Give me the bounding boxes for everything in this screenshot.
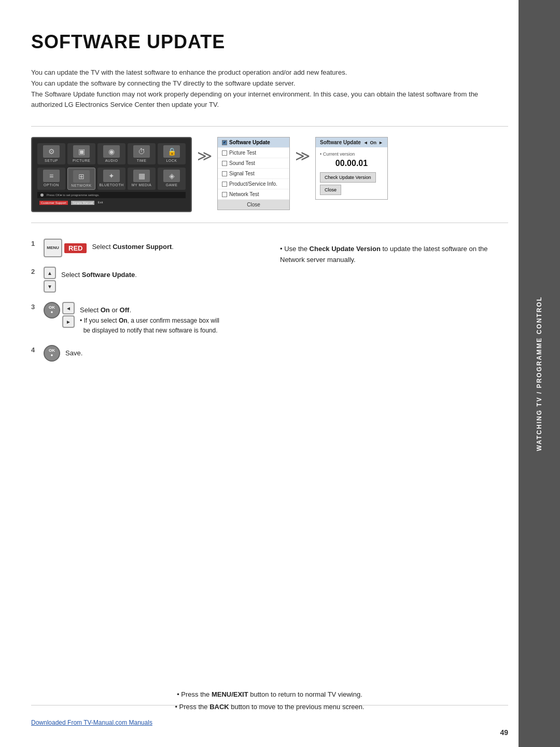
time-icon: ⏱ [133,145,150,158]
audio-label: AUDIO [105,159,118,162]
menu-item-sound-test: Sound Test [218,158,289,169]
tv-menu-mymedia: ▦ MY MEDIA [128,168,156,190]
current-version-label: • Current version [320,151,383,157]
ok-button-4[interactable]: OK● [44,345,60,362]
step-3-icons: OK● ◄ ► [44,302,75,328]
close-button[interactable]: Close [320,185,341,195]
tv-menu-audio: ◉ AUDIO [97,143,125,164]
option-label: OPTION [44,183,59,187]
sidebar-label: WATCHING TV / PROGRAMME CONTROL [536,296,543,451]
tv-menu-bluetooth: ✦ BLUETOOTH [97,168,125,190]
step-4-text: Save. [65,345,82,358]
tv-menu-game: ◈ GAME [158,168,186,190]
check-icon-picture [222,150,227,156]
version-number: 00.00.01 [320,159,383,168]
nav-exit: Exit [97,201,103,205]
tv-screen: ⚙ SETUP ▣ PICTURE ◉ AUDIO ⏱ TIME 🔒 LO [31,137,192,212]
picture-label: PICTURE [73,159,90,162]
time-label: TIME [137,159,147,162]
step-1-text: Select Customer Support. [92,239,174,252]
arrow-right-2: ≫ [295,137,310,164]
check-icon-software: ✓ [222,140,227,145]
check-update-button[interactable]: Check Update Version [320,172,376,183]
step-3-text: Select On or Off. • If you select On, a … [80,302,219,336]
steps-section: 1 MENU RED Select Customer Support. 2 ▲ … [31,239,508,371]
arrow-right-1: ≫ [197,137,212,164]
lock-label: LOCK [166,159,177,162]
network-icon: ⊞ [73,170,90,183]
sidebar-vertical: WATCHING TV / PROGRAMME CONTROL [519,0,560,747]
footer-link[interactable]: Downloaded From TV-Manual.com Manuals [31,719,152,726]
nav-left-arrow: ◄ [363,140,368,145]
tv-menu-setup: ⚙ SETUP [37,143,65,164]
step-4-icons: OK● [44,345,60,362]
network-label: NETWORK [71,184,91,187]
footer: • Press the MENU/EXIT button to return t… [31,688,508,726]
step-2-icons: ▲ ▼ [44,267,56,293]
bluetooth-icon: ✦ [103,170,120,182]
step-2-text: Select Software Update. [61,267,137,280]
menu-item-network-test: Network Test [218,189,289,200]
step-number-4: 4 [31,345,38,354]
menu-item-signal-test: Signal Test [218,169,289,179]
right-panel-body: • Current version 00.00.01 Check Update … [316,147,387,199]
steps-right: • Use the Check Update Version to update… [280,239,508,371]
step-1-icons: MENU RED [44,239,87,257]
up-button[interactable]: ▲ [44,267,56,279]
right-panel-title: Software Update [320,140,361,145]
menu-button[interactable]: MENU [44,239,62,257]
step-2: 2 ▲ ▼ Select Software Update. [31,267,259,293]
menu-item-picture-test: Picture Test [218,148,289,158]
down-button[interactable]: ▼ [44,280,56,293]
ok-button-3[interactable]: OK● [44,302,60,319]
menu-close-button[interactable]: Close [218,200,289,210]
tv-menu-picture: ▣ PICTURE [67,143,95,164]
tv-bottom-text: Press OK● to set programme settings. [47,193,100,197]
tv-dot [40,193,44,197]
setup-label: SETUP [45,159,58,162]
tv-menu-lock: 🔒 LOCK [158,143,186,164]
check-icon-network [222,192,227,197]
footer-notes: • Press the MENU/EXIT button to return t… [31,688,508,713]
nav-on-label: On [370,140,377,145]
game-icon: ◈ [163,170,180,182]
right-panel: Software Update ◄ On ► • Current version… [315,137,388,200]
tv-bottom-bar: Press OK● to set programme settings. [37,192,186,198]
step-3: 3 OK● ◄ ► Select On or Off. • If you sel… [31,302,259,336]
lock-icon: 🔒 [163,145,180,158]
page-number: 49 [500,728,508,737]
option-icon: ≡ [43,170,60,182]
menu-panel: ✓ Software Update Picture Test Sound Tes… [217,137,290,210]
menu-item-software-update: ✓ Software Update [218,137,289,148]
steps-left: 1 MENU RED Select Customer Support. 2 ▲ … [31,239,259,371]
mymedia-label: MY MEDIA [132,183,152,187]
picture-icon: ▣ [73,145,90,158]
game-label: GAME [166,183,178,187]
intro-text: You can update the TV with the latest so… [31,67,508,110]
step-1: 1 MENU RED Select Customer Support. [31,239,259,257]
bluetooth-label: BLUETOOTH [99,183,123,187]
audio-icon: ◉ [103,145,120,158]
footer-note-1: • Press the MENU/EXIT button to return t… [31,688,508,700]
page-title: SOFTWARE UPDATE [31,31,508,53]
step-number-2: 2 [31,267,38,275]
next-button[interactable]: ► [62,315,75,328]
prev-button[interactable]: ◄ [62,302,75,314]
note-check-update: • Use the Check Update Version to update… [280,244,508,266]
right-panel-nav: ◄ On ► [363,140,383,145]
menu-item-product-info: Product/Service Info. [218,179,289,189]
nav-customer: Customer Support [39,201,68,205]
right-panel-header: Software Update ◄ On ► [316,137,387,147]
step-number-1: 1 [31,239,38,247]
setup-icon: ⚙ [43,145,60,158]
mymedia-icon: ▦ [133,170,150,182]
step-number-3: 3 [31,302,38,311]
tv-menu-option: ≡ OPTION [37,168,65,190]
tv-menu-row1: ⚙ SETUP ▣ PICTURE ◉ AUDIO ⏱ TIME 🔒 LO [37,143,186,164]
red-label: RED [64,243,87,253]
check-icon-sound [222,161,227,166]
check-icon-signal [222,171,227,176]
tv-nav-labels: Customer Support Simple Manual Exit [37,200,186,206]
tv-menu-row2: ≡ OPTION ⊞ NETWORK ✦ BLUETOOTH ▦ MY MEDI… [37,168,186,190]
tv-menu-time: ⏱ TIME [128,143,156,164]
